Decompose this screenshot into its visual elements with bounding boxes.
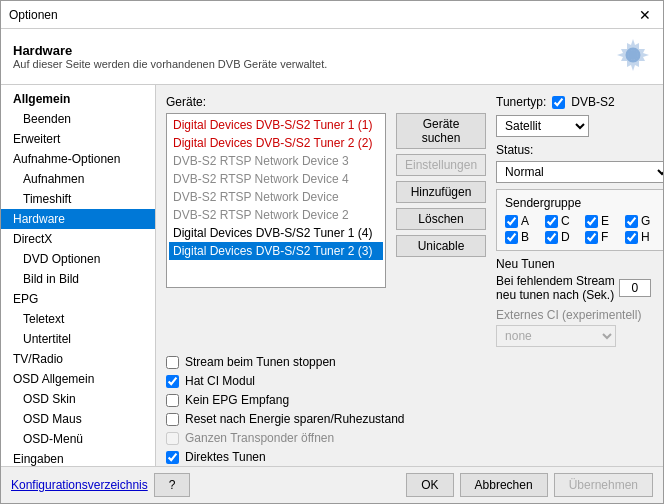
- sender-E-checkbox[interactable]: [585, 215, 598, 228]
- section-description: Auf dieser Seite werden die vorhandenen …: [13, 58, 327, 70]
- option-ci-modul: Hat CI Modul: [166, 374, 653, 388]
- section-title: Hardware: [13, 43, 327, 58]
- sidebar-item-tv-radio[interactable]: TV/Radio: [1, 349, 155, 369]
- loeschen-button[interactable]: Löschen: [396, 208, 486, 230]
- geraete-item-5[interactable]: DVB-S2 RTSP Network Device 2: [169, 206, 383, 224]
- neu-tunen-label: Bei fehlendem Streamneu tunen nach (Sek.…: [496, 274, 615, 302]
- sidebar-item-osd-menu[interactable]: OSD-Menü: [1, 429, 155, 449]
- geraete-item-4[interactable]: DVB-S2 RTSP Network Device: [169, 188, 383, 206]
- option-reset-energie: Reset nach Energie sparen/Ruhezustand: [166, 412, 653, 426]
- ext-ci-label: Externes CI (experimentell): [496, 308, 663, 322]
- kein-epg-checkbox[interactable]: [166, 394, 179, 407]
- sidebar-item-bild-in-bild[interactable]: Bild in Bild: [1, 269, 155, 289]
- ext-ci-select[interactable]: none: [496, 325, 616, 347]
- sidebar-item-dvd-optionen[interactable]: DVD Optionen: [1, 249, 155, 269]
- option-kein-epg: Kein EPG Empfang: [166, 393, 653, 407]
- sidebar-item-erweitert[interactable]: Erweitert: [1, 129, 155, 149]
- sender-B: B: [505, 230, 545, 244]
- geraete-item-6[interactable]: Digital Devices DVB-S/S2 Tuner 1 (4): [169, 224, 383, 242]
- sender-A-checkbox[interactable]: [505, 215, 518, 228]
- status-section: Status: Normal Deaktiviert: [496, 143, 663, 183]
- sender-A: A: [505, 214, 545, 228]
- neu-tunen-row: Bei fehlendem Streamneu tunen nach (Sek.…: [496, 274, 663, 302]
- right-panel: Tunertyp: DVB-S2 Satellit Kabel Terrestr…: [496, 95, 663, 347]
- einstellungen-button[interactable]: Einstellungen: [396, 154, 486, 176]
- geraete-item-1[interactable]: Digital Devices DVB-S/S2 Tuner 2 (2): [169, 134, 383, 152]
- sendergruppe-title: Sendergruppe: [505, 196, 662, 210]
- footer: Konfigurationsverzeichnis ? OK Abbrechen…: [1, 466, 663, 503]
- geraete-suchen-button[interactable]: Geräte suchen: [396, 113, 486, 149]
- sidebar-item-allgemein[interactable]: Allgemein: [1, 89, 155, 109]
- sendergruppe-grid: A C E G B D F H: [505, 214, 662, 244]
- help-button[interactable]: ?: [154, 473, 191, 497]
- sender-F: F: [585, 230, 625, 244]
- satellit-row: Satellit Kabel Terrestrisch: [496, 115, 663, 137]
- apply-button[interactable]: Übernehmen: [554, 473, 653, 497]
- option-stream-stoppen: Stream beim Tunen stoppen: [166, 355, 653, 369]
- sidebar-item-teletext[interactable]: Teletext: [1, 309, 155, 329]
- option-ganzen-transponder: Ganzen Transponder öffnen: [166, 431, 653, 445]
- sender-B-checkbox[interactable]: [505, 231, 518, 244]
- sidebar-item-directx[interactable]: DirectX: [1, 229, 155, 249]
- sidebar: Allgemein Beenden Erweitert Aufnahme-Opt…: [1, 85, 156, 466]
- sidebar-item-osd-maus[interactable]: OSD Maus: [1, 409, 155, 429]
- window-title: Optionen: [9, 8, 58, 22]
- geraete-item-7[interactable]: Digital Devices DVB-S/S2 Tuner 2 (3): [169, 242, 383, 260]
- sidebar-item-beenden[interactable]: Beenden: [1, 109, 155, 129]
- sidebar-item-aufnahme-optionen[interactable]: Aufnahme-Optionen: [1, 149, 155, 169]
- content-area: Allgemein Beenden Erweitert Aufnahme-Opt…: [1, 85, 663, 466]
- neu-tunen-title: Neu Tunen: [496, 257, 663, 271]
- sender-H: H: [625, 230, 663, 244]
- geraete-section: Geräte: Digital Devices DVB-S/S2 Tuner 1…: [166, 95, 653, 347]
- neu-tunen-section: Neu Tunen Bei fehlendem Streamneu tunen …: [496, 257, 663, 302]
- sender-E: E: [585, 214, 625, 228]
- sidebar-item-hardware[interactable]: Hardware: [1, 209, 155, 229]
- option-direktes-tunen: Direktes Tunen: [166, 450, 653, 464]
- options-window: Optionen ✕ Hardware Auf dieser Seite wer…: [0, 0, 664, 504]
- ext-ci-section: Externes CI (experimentell) none: [496, 308, 663, 347]
- sidebar-item-untertitel[interactable]: Untertitel: [1, 329, 155, 349]
- sidebar-item-eingaben[interactable]: Eingaben: [1, 449, 155, 466]
- unicable-button[interactable]: Unicable: [396, 235, 486, 257]
- sidebar-item-timeshift[interactable]: Timeshift: [1, 189, 155, 209]
- sendergruppe-section: Sendergruppe A C E G B D F H: [496, 189, 663, 251]
- direktes-tunen-checkbox[interactable]: [166, 451, 179, 464]
- geraete-item-0[interactable]: Digital Devices DVB-S/S2 Tuner 1 (1): [169, 116, 383, 134]
- reset-energie-checkbox[interactable]: [166, 413, 179, 426]
- sender-F-checkbox[interactable]: [585, 231, 598, 244]
- sender-C-checkbox[interactable]: [545, 215, 558, 228]
- geraete-buttons: Geräte suchen Einstellungen Hinzufügen L…: [396, 95, 486, 347]
- stream-stoppen-checkbox[interactable]: [166, 356, 179, 369]
- close-button[interactable]: ✕: [635, 7, 655, 23]
- tunertyp-row: Tunertyp: DVB-S2: [496, 95, 663, 109]
- sidebar-item-osd-allgemein[interactable]: OSD Allgemein: [1, 369, 155, 389]
- sidebar-item-aufnahmen[interactable]: Aufnahmen: [1, 169, 155, 189]
- dvbs2-label: DVB-S2: [571, 95, 614, 109]
- geraete-list-wrapper: Geräte: Digital Devices DVB-S/S2 Tuner 1…: [166, 95, 386, 347]
- sidebar-item-osd-skin[interactable]: OSD Skin: [1, 389, 155, 409]
- status-select[interactable]: Normal Deaktiviert: [496, 161, 663, 183]
- sender-D-checkbox[interactable]: [545, 231, 558, 244]
- sidebar-item-epg[interactable]: EPG: [1, 289, 155, 309]
- hinzufuegen-button[interactable]: Hinzufügen: [396, 181, 486, 203]
- ci-modul-checkbox[interactable]: [166, 375, 179, 388]
- neu-tunen-input[interactable]: [619, 279, 651, 297]
- options-section: Stream beim Tunen stoppen Hat CI Modul K…: [166, 355, 653, 466]
- geraete-label: Geräte:: [166, 95, 386, 109]
- cancel-button[interactable]: Abbrechen: [460, 473, 548, 497]
- title-bar: Optionen ✕: [1, 1, 663, 29]
- ganzen-transponder-checkbox[interactable]: [166, 432, 179, 445]
- geraete-list[interactable]: Digital Devices DVB-S/S2 Tuner 1 (1) Dig…: [166, 113, 386, 288]
- header: Hardware Auf dieser Seite werden die vor…: [1, 29, 663, 85]
- sender-D: D: [545, 230, 585, 244]
- geraete-item-3[interactable]: DVB-S2 RTSP Network Device 4: [169, 170, 383, 188]
- ok-button[interactable]: OK: [406, 473, 453, 497]
- geraete-item-2[interactable]: DVB-S2 RTSP Network Device 3: [169, 152, 383, 170]
- sender-C: C: [545, 214, 585, 228]
- sender-H-checkbox[interactable]: [625, 231, 638, 244]
- header-text: Hardware Auf dieser Seite werden die vor…: [13, 43, 327, 70]
- sender-G-checkbox[interactable]: [625, 215, 638, 228]
- satellit-select[interactable]: Satellit Kabel Terrestrisch: [496, 115, 589, 137]
- dvbs2-checkbox[interactable]: [552, 96, 565, 109]
- config-link[interactable]: Konfigurationsverzeichnis: [11, 478, 148, 492]
